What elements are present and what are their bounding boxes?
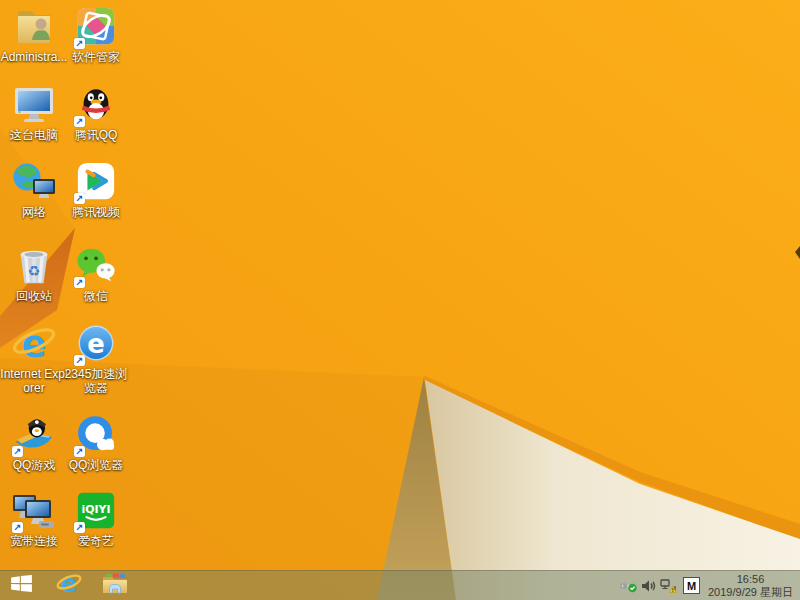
shortcut-arrow-icon: ↗ <box>74 193 85 204</box>
icon-label: 微信 <box>62 289 130 303</box>
file-explorer-icon <box>102 573 128 599</box>
internet-explorer-icon: e <box>10 323 58 365</box>
network-icon <box>10 161 58 203</box>
desktop-icon-wechat[interactable]: ↗ 微信 <box>62 245 130 303</box>
shortcut-arrow-icon: ↗ <box>12 522 23 533</box>
icon-label: QQ游戏 <box>0 458 68 472</box>
taskbar: e <box>0 570 800 600</box>
desktop-icon-software-manager[interactable]: ↗ 软件管家 <box>62 6 130 64</box>
icon-label: 软件管家 <box>62 50 130 64</box>
icon-label: Internet Explorer <box>0 367 68 395</box>
shortcut-arrow-icon: ↗ <box>74 522 85 533</box>
shortcut-arrow-icon: ↗ <box>74 355 85 366</box>
clock-date: 2019/9/29 星期日 <box>708 586 793 599</box>
desktop-icon-qq-browser[interactable]: ↗ QQ浏览器 <box>62 414 130 472</box>
icon-label: 爱奇艺 <box>62 534 130 548</box>
icon-label: QQ浏览器 <box>62 458 130 472</box>
desktop-icon-tencent-qq[interactable]: ↗ 腾讯QQ <box>62 84 130 142</box>
desktop-icon-tencent-video[interactable]: ↗ 腾讯视频 <box>62 161 130 219</box>
icon-label: 这台电脑 <box>0 128 68 142</box>
desktop-icon-administrator[interactable]: Administra... <box>0 6 68 64</box>
windows-logo-icon <box>11 575 32 596</box>
shortcut-arrow-icon: ↗ <box>12 446 23 457</box>
icon-label: Administra... <box>0 50 68 64</box>
broadband-connection-icon: ↗ <box>10 490 58 532</box>
desktop-icon-qq-games[interactable]: ↗ QQ游戏 <box>0 414 68 472</box>
shortcut-arrow-icon: ↗ <box>74 446 85 457</box>
internet-explorer-task-button[interactable]: e <box>51 571 87 600</box>
qq-games-icon: ↗ <box>10 414 58 456</box>
iqiyi-icon: iQIYI ↗ <box>72 490 120 532</box>
desktop-icon-network[interactable]: 网络 <box>0 161 68 219</box>
desktop-icon-recycle-bin[interactable]: ♻ 回收站 <box>0 245 68 303</box>
icon-label: 腾讯QQ <box>62 128 130 142</box>
start-button[interactable] <box>3 571 39 600</box>
this-pc-icon <box>10 84 58 126</box>
ime-indicator[interactable]: M <box>683 577 700 594</box>
system-tray: M 16:56 2019/9/29 星期日 <box>618 571 800 600</box>
shortcut-arrow-icon: ↗ <box>74 277 85 288</box>
network-warning-icon[interactable] <box>658 571 678 600</box>
tencent-video-icon: ↗ <box>72 161 120 203</box>
volume-icon[interactable] <box>638 571 658 600</box>
software-manager-icon: ↗ <box>72 6 120 48</box>
icon-label: 宽带连接 <box>0 534 68 548</box>
desktop-icon-this-pc[interactable]: 这台电脑 <box>0 84 68 142</box>
icon-label: 网络 <box>0 205 68 219</box>
icon-label: 回收站 <box>0 289 68 303</box>
windows-desktop: Administra... ↗ 软件管家 <box>0 0 800 600</box>
desktop-icon-2345-browser[interactable]: e ↗ 2345加速浏览器 <box>62 323 130 395</box>
wechat-icon: ↗ <box>72 245 120 287</box>
file-explorer-task-button[interactable] <box>97 571 133 600</box>
svg-text:♻: ♻ <box>28 263 41 279</box>
desktop-icon-internet-explorer[interactable]: e Internet Explorer <box>0 323 68 395</box>
shortcut-arrow-icon: ↗ <box>74 38 85 49</box>
usb-safely-remove-icon[interactable] <box>618 571 638 600</box>
svg-text:e: e <box>87 329 104 359</box>
2345-browser-icon: e ↗ <box>72 323 120 365</box>
internet-explorer-icon: e <box>56 571 82 600</box>
icon-label: 2345加速浏览器 <box>62 367 130 395</box>
recycle-bin-icon: ♻ <box>10 245 58 287</box>
qq-browser-icon: ↗ <box>72 414 120 456</box>
icon-label: 腾讯视频 <box>62 205 130 219</box>
desktop-icon-broadband-connection[interactable]: ↗ 宽带连接 <box>0 490 68 548</box>
shortcut-arrow-icon: ↗ <box>74 116 85 127</box>
desktop-icon-iqiyi[interactable]: iQIYI ↗ 爱奇艺 <box>62 490 130 548</box>
clock-time: 16:56 <box>737 573 765 586</box>
tencent-qq-icon: ↗ <box>72 84 120 126</box>
svg-text:iQIYI: iQIYI <box>81 503 110 516</box>
user-folder-icon <box>10 6 58 48</box>
taskbar-clock[interactable]: 16:56 2019/9/29 星期日 <box>708 573 793 599</box>
